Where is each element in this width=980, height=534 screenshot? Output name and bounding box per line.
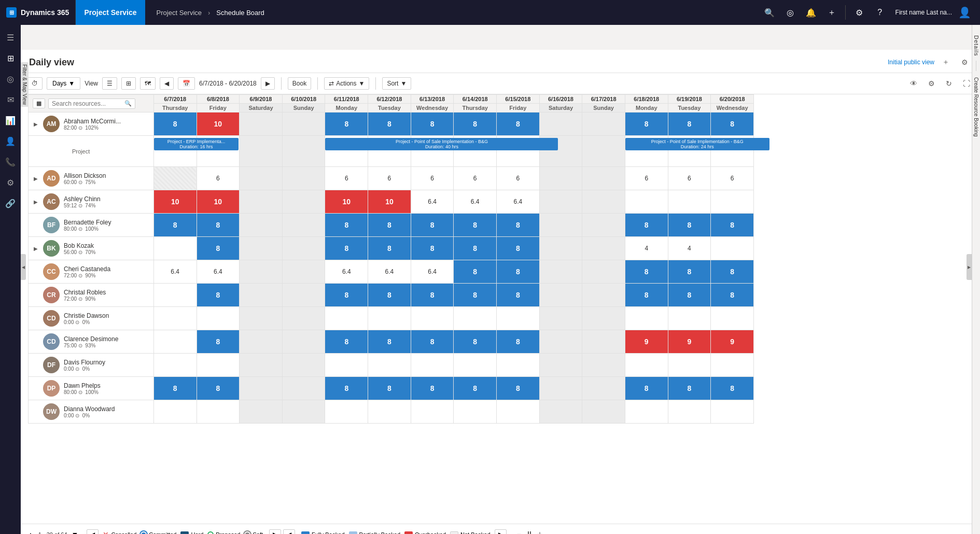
sidebar-settings-icon[interactable]: ⚙ [1,173,20,192]
day-cell[interactable]: 10 [325,190,368,214]
day-cell[interactable]: 6.4 [411,190,454,214]
zoom-out-button[interactable]: － [515,529,523,534]
day-cell[interactable] [625,354,668,377]
day-cell[interactable]: 8 [454,113,497,136]
day-cell[interactable] [668,190,711,214]
day-cell[interactable] [582,237,625,260]
project-bar-3[interactable]: Project - Point of Sale Implementation -… [625,138,769,150]
day-cell[interactable] [240,113,283,136]
day-cell[interactable]: 8 [325,214,368,237]
day-cell[interactable] [539,260,582,284]
day-cell[interactable] [668,400,711,424]
settings-icon[interactable]: ⚙ [850,3,869,22]
day-cell[interactable]: 6.4 [411,260,454,284]
day-cell[interactable]: 6 [325,167,368,190]
sidebar-contacts-icon[interactable]: 👤 [1,132,20,150]
day-cell[interactable]: 8 [411,377,454,400]
day-cell[interactable]: 8 [153,377,197,400]
day-cell[interactable]: 10 [197,113,240,136]
pause-button[interactable]: ⏸ [525,529,534,534]
day-cell[interactable]: 9 [711,330,754,354]
day-cell[interactable] [240,307,283,330]
view-settings-button[interactable]: ⚙ [957,55,972,69]
book-button[interactable]: Book [288,77,311,90]
details-label[interactable]: Details [973,35,979,57]
day-cell[interactable] [539,284,582,307]
day-cell[interactable] [325,354,368,377]
prev-date-button[interactable]: ◀ [160,77,174,90]
day-cell[interactable]: 6 [497,167,540,190]
day-cell[interactable]: 8 [454,237,497,260]
day-cell[interactable] [240,400,283,424]
day-cell[interactable]: 6 [668,167,711,190]
day-cell[interactable]: 8 [368,214,411,237]
day-cell[interactable] [368,400,411,424]
day-cell[interactable] [497,354,540,377]
legend-next-2-button[interactable]: ▶ [495,529,507,535]
day-cell[interactable]: 8 [497,377,540,400]
day-cell[interactable] [282,330,325,354]
day-cell[interactable] [582,167,625,190]
day-cell[interactable] [240,214,283,237]
day-cell[interactable] [411,400,454,424]
day-cell[interactable] [197,400,240,424]
day-cell[interactable]: 8 [625,377,668,400]
day-cell[interactable]: 9 [668,330,711,354]
day-cell[interactable] [282,167,325,190]
next-date-button[interactable]: ▶ [261,77,275,90]
day-cell[interactable]: 6.4 [197,260,240,284]
day-cell[interactable] [711,237,754,260]
day-cell[interactable] [240,330,283,354]
day-cell[interactable] [539,330,582,354]
right-panel-toggle[interactable]: ▶ [967,254,972,280]
sidebar-menu-icon[interactable]: ☰ [1,28,20,47]
day-cell[interactable]: 6 [454,167,497,190]
day-cell[interactable]: 8 [368,237,411,260]
day-cell[interactable]: 8 [325,330,368,354]
day-cell[interactable]: 9 [625,330,668,354]
day-cell[interactable] [153,354,197,377]
sidebar-activities-icon[interactable]: ◎ [1,69,20,88]
day-cell[interactable] [582,214,625,237]
day-cell[interactable]: 8 [454,214,497,237]
day-cell[interactable]: 6.4 [497,190,540,214]
day-cell[interactable]: 8 [497,260,540,284]
day-cell[interactable]: 4 [668,237,711,260]
expand-btn[interactable]: ▶ [33,245,39,251]
day-cell[interactable]: 8 [411,113,454,136]
project-service-brand[interactable]: Project Service [76,0,145,25]
calendar-icon-button[interactable]: 📅 [178,77,195,90]
project-bar-1[interactable]: Project - ERP Implementa...Duration: 16 … [154,138,239,150]
pagination-expand-icon[interactable]: ▼ [72,530,79,535]
schedule-icon-button[interactable]: ⏱ [27,77,43,90]
expand-btn[interactable]: ▶ [33,199,39,205]
expand-all-button[interactable]: ▲ [27,530,34,535]
eye-icon-button[interactable]: 👁 [906,76,921,91]
day-cell[interactable]: 8 [325,113,368,136]
day-cell[interactable] [153,167,197,190]
grid-settings-button[interactable]: ⚙ [924,76,939,91]
day-cell[interactable] [539,354,582,377]
day-cell[interactable]: 8 [454,284,497,307]
day-cell[interactable] [240,260,283,284]
day-cell[interactable] [582,284,625,307]
map-view-button[interactable]: 🗺 [140,77,156,90]
day-cell[interactable] [282,354,325,377]
day-cell[interactable] [582,354,625,377]
day-cell[interactable]: 8 [197,330,240,354]
legend-next-button[interactable]: ▶ [269,529,281,535]
search-input[interactable] [52,100,124,107]
day-cell[interactable]: 8 [625,260,668,284]
actions-button[interactable]: ⇄ Actions ▼ [324,77,369,90]
day-cell[interactable] [197,307,240,330]
dynamics-brand[interactable]: ⊞ Dynamics 365 [0,0,76,25]
day-cell[interactable]: 8 [411,330,454,354]
day-cell[interactable]: 6.4 [153,260,197,284]
day-cell[interactable] [711,400,754,424]
day-cell[interactable] [240,190,283,214]
compass-icon[interactable]: ◎ [781,3,800,22]
day-cell[interactable] [282,214,325,237]
day-cell[interactable]: 8 [497,284,540,307]
create-resource-label[interactable]: Create Resource Booking [973,77,979,137]
day-cell[interactable] [153,237,197,260]
